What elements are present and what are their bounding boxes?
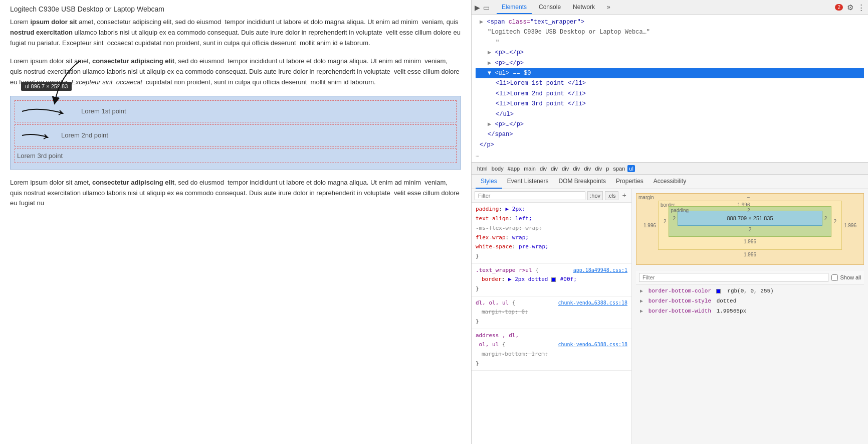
toolbar-icons: ▶ ▭ [475, 4, 490, 12]
computed-filter-input[interactable] [639, 273, 828, 282]
tree-line[interactable]: "Logitech C930e USB Desktop or Laptop We… [476, 27, 864, 37]
italic-text: Excepteur sint occaecat [71, 78, 142, 86]
tree-line[interactable]: " [476, 38, 864, 48]
style-source-2[interactable]: chunk-vendo…6388.css:18 [558, 299, 627, 307]
style-property-ms-flex: -ms-flex-wrap [476, 225, 519, 231]
padding-label: padding [671, 208, 689, 213]
styles-tabs-bar: Styles Event Listeners DOM Breakpoints P… [472, 175, 868, 189]
breadcrumb-p[interactable]: p [604, 165, 610, 172]
breadcrumb-app[interactable]: #app [506, 165, 521, 172]
hov-button[interactable]: :hov [587, 191, 603, 200]
style-property-white-space: white-space [476, 243, 512, 250]
style-property-border: border [476, 276, 502, 282]
tab-more[interactable]: » [602, 1, 615, 14]
padding-right-val: 2 [824, 216, 827, 221]
tree-line[interactable]: <li>Lorem 2nd point </li> [476, 89, 864, 99]
devtools-panel: ▶ ▭ Elements Console Network » 2 ⚙ ⋮ ▶ <… [471, 0, 868, 444]
breadcrumb-body[interactable]: body [490, 165, 505, 172]
prop-name-border-bottom-width: border-bottom-width [648, 308, 711, 314]
bold-text-3: consectetur adipiscing elit [92, 57, 174, 65]
add-rule-button[interactable]: + [620, 192, 628, 200]
tree-line[interactable]: </span> [476, 129, 864, 139]
tab-accessibility[interactable]: Accessibility [648, 175, 691, 189]
highlighted-ul: Lorem 1st point Lorem 2nd point Lorem 3r… [10, 96, 461, 170]
list-item-text-2: Lorem 2nd point [61, 131, 108, 139]
style-rule-1: padding: ▶ 2px; text-align: left; -ms-fl… [472, 203, 631, 263]
style-value-text-align: left; [515, 215, 532, 222]
toolbar-right: 2 ⚙ ⋮ [835, 3, 865, 12]
computed-filter-bar: Show all [636, 271, 864, 284]
tab-elements[interactable]: Elements [497, 1, 532, 14]
style-source-1[interactable]: app.18a49948.css:1 [573, 266, 627, 274]
breadcrumb-div6[interactable]: div [593, 165, 603, 172]
breadcrumb-ul[interactable]: ul [627, 165, 635, 172]
html-tree: ▶ <span class="text_wrapper"> "Logitech … [472, 15, 868, 163]
tab-event-listeners[interactable]: Event Listeners [502, 175, 554, 189]
breadcrumb-div2[interactable]: div [549, 165, 559, 172]
tree-ellipsis: … [476, 150, 864, 160]
tree-line[interactable]: ▶ <p>…</p> [476, 48, 864, 58]
margin-right-val: 1.996 [844, 223, 856, 228]
border-left-val: 2 [664, 219, 667, 224]
prop-val-border-bottom-width: 1.99565px [717, 308, 746, 314]
tree-line[interactable]: </ul> [476, 109, 864, 119]
inspect-icon[interactable]: ▶ [475, 4, 480, 12]
breadcrumb-div1[interactable]: div [538, 165, 548, 172]
breadcrumb-span[interactable]: span [611, 165, 626, 172]
settings-icon[interactable]: ⚙ [847, 3, 853, 12]
computed-props: ▶ border-bottom-color rgb(0, 0, 255) ▶ b… [636, 284, 864, 318]
breadcrumb-html[interactable]: html [476, 165, 489, 172]
tab-network[interactable]: Network [568, 1, 600, 14]
expand-arrow-3[interactable]: ▶ [640, 309, 643, 314]
more-options-icon[interactable]: ⋮ [857, 3, 865, 12]
expand-arrow-1[interactable]: ▶ [640, 288, 643, 294]
cls-button[interactable]: .cls [605, 191, 618, 200]
content-dimensions: 888.709 × 251.835 [727, 215, 773, 221]
paragraph-2: Lorem ipsum dolor sit amet, consectetur … [10, 56, 461, 87]
tree-line[interactable]: <li>Lorem 3rd point </li> [476, 99, 864, 109]
style-value-color: #00f; [560, 276, 577, 282]
tree-line[interactable]: </p> [476, 140, 864, 150]
border-bottom-val: 1.996 [664, 239, 836, 244]
webpage-content: Logitech C930e USB Desktop or Laptop Web… [0, 0, 471, 444]
paragraph-3: Lorem ipsum dolor sit amet, consectetur … [10, 178, 461, 209]
prop-name-border-bottom-color: border-bottom-color [648, 288, 711, 294]
margin-left-val: 1.996 [643, 223, 656, 228]
expand-arrow-2[interactable]: ▶ [640, 299, 643, 304]
style-source-3[interactable]: chunk-vendo…6388.css:18 [558, 340, 627, 349]
list-item: Lorem 1st point [15, 100, 457, 122]
style-property-margin-top: margin-top: 0; [476, 309, 528, 315]
list-item: Lorem 2nd point [15, 124, 457, 146]
box-model-margin: margin − 1.996 border 1.996 2 padding [636, 193, 864, 265]
filter-input[interactable] [475, 191, 585, 200]
device-icon[interactable]: ▭ [483, 4, 490, 12]
page-title: Logitech C930e USB Desktop or Laptop Web… [10, 5, 461, 13]
style-property-margin-bottom: margin-bottom: 1rem; [476, 351, 548, 357]
tab-dom-breakpoints[interactable]: DOM Breakpoints [553, 175, 611, 189]
tree-line[interactable]: ▶ <p>…</p> [476, 58, 864, 68]
breadcrumb-main[interactable]: main [522, 165, 537, 172]
style-rule-2: .text_wrappe r>ul app.18a49948.css:1 { b… [472, 264, 631, 297]
style-property-text-align: text-align [476, 215, 509, 222]
tree-line[interactable]: ▶ <p>…</p> [476, 119, 864, 129]
styles-main: :hov .cls + padding: ▶ 2px; text-align: … [472, 189, 868, 444]
ul-tooltip: ul 896.7 × 259.83 [21, 82, 72, 91]
breadcrumb-div4[interactable]: div [571, 165, 581, 172]
bold-text: ipsum dolor sit [30, 18, 77, 26]
margin-label: margin [638, 195, 654, 200]
style-property-padding: padding [476, 206, 499, 212]
color-swatch-blue [551, 277, 556, 282]
show-all-checkbox[interactable] [831, 274, 838, 281]
tab-console[interactable]: Console [534, 1, 566, 14]
paragraph-1: Lorem ipsum dolor sit amet, consectetur … [10, 17, 461, 48]
tree-line-selected[interactable]: ▼ <ul> == $0 [476, 68, 864, 78]
padding-left-val: 2 [673, 216, 676, 221]
tab-styles[interactable]: Styles [476, 175, 502, 189]
prop-val-border-bottom-color: rgb(0, 0, 255) [727, 288, 773, 294]
tab-properties[interactable]: Properties [611, 175, 648, 189]
breadcrumb-div5[interactable]: div [582, 165, 592, 172]
tree-line[interactable]: ▶ <span class="text_wrapper"> [476, 17, 864, 27]
tree-line[interactable]: <li>Lorem 1st point </li> [476, 78, 864, 88]
devtools-toolbar: ▶ ▭ Elements Console Network » 2 ⚙ ⋮ [472, 0, 868, 15]
breadcrumb-div3[interactable]: div [560, 165, 570, 172]
